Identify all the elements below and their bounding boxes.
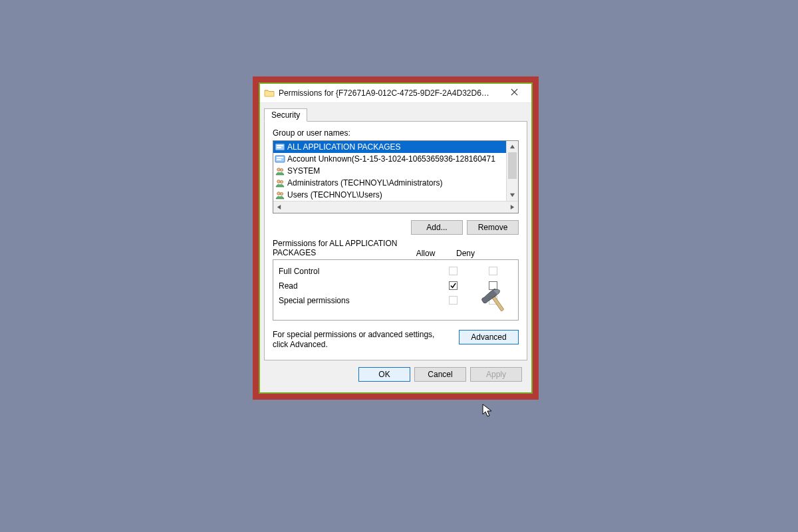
dialog-content: Security Group or user names: ALL APPLIC… xyxy=(260,103,531,392)
permission-row: Full Control xyxy=(279,264,513,279)
list-item[interactable]: Administrators (TECHNOYL\Administrators) xyxy=(273,177,506,189)
cursor-pointer-icon xyxy=(482,404,494,418)
allow-checkbox[interactable] xyxy=(449,281,458,290)
svg-rect-2 xyxy=(277,147,281,148)
list-item-label: SYSTEM xyxy=(287,166,320,176)
permission-row: Special permissions xyxy=(279,293,513,308)
apply-button[interactable]: Apply xyxy=(470,367,522,382)
svg-point-6 xyxy=(277,168,281,172)
list-item-label: Account Unknown(S-1-15-3-1024-1065365936… xyxy=(287,154,495,164)
user-listbox[interactable]: ALL APPLICATION PACKAGESAccount Unknown(… xyxy=(273,140,519,213)
remove-button[interactable]: Remove xyxy=(467,220,519,235)
permissions-table: Full ControlReadSpecial permissions xyxy=(273,259,519,321)
scroll-left-icon[interactable] xyxy=(273,201,285,213)
hammer-icon xyxy=(481,287,513,316)
permission-name: Full Control xyxy=(279,267,433,276)
permission-row: Read xyxy=(279,279,513,293)
svg-rect-5 xyxy=(277,159,281,160)
add-button[interactable]: Add... xyxy=(411,220,463,235)
cancel-button[interactable]: Cancel xyxy=(414,367,466,382)
allow-checkbox[interactable] xyxy=(449,267,458,275)
close-button[interactable] xyxy=(501,84,527,102)
dialog-footer: OK Cancel Apply xyxy=(264,360,527,388)
sid-icon xyxy=(275,142,285,152)
group-icon xyxy=(275,178,285,188)
allow-checkbox[interactable] xyxy=(449,296,458,305)
window-title: Permissions for {F72671A9-012C-4725-9D2F… xyxy=(279,88,501,98)
list-item[interactable]: Account Unknown(S-1-15-3-1024-1065365936… xyxy=(273,153,506,165)
advanced-hint-text: For special permissions or advanced sett… xyxy=(273,330,452,350)
security-panel: Group or user names: ALL APPLICATION PAC… xyxy=(264,121,527,360)
dialog-window: Permissions for {F72671A9-012C-4725-9D2F… xyxy=(259,82,533,394)
list-item[interactable]: SYSTEM xyxy=(273,165,506,177)
permission-name: Read xyxy=(279,281,433,291)
ok-button[interactable]: OK xyxy=(358,367,410,382)
scroll-right-icon[interactable] xyxy=(507,201,518,213)
highlight-frame: Permissions for {F72671A9-012C-4725-9D2F… xyxy=(253,76,539,400)
permissions-for-label: Permissions for ALL APPLICATION PACKAGES xyxy=(273,239,406,258)
scrollbar-thumb[interactable] xyxy=(508,152,517,179)
group-user-label: Group or user names: xyxy=(273,128,519,138)
svg-rect-4 xyxy=(277,157,283,158)
list-item-label: Administrators (TECHNOYL\Administrators) xyxy=(287,178,442,188)
svg-point-7 xyxy=(280,168,283,171)
close-icon xyxy=(511,88,518,98)
group-icon xyxy=(275,190,285,200)
tab-bar: Security xyxy=(264,107,527,122)
permissions-header: Permissions for ALL APPLICATION PACKAGES… xyxy=(273,239,519,258)
svg-point-9 xyxy=(280,180,283,183)
sid-icon xyxy=(275,154,285,164)
scroll-up-icon[interactable] xyxy=(507,141,518,152)
permission-name: Special permissions xyxy=(279,296,433,305)
vertical-scrollbar[interactable] xyxy=(506,141,518,201)
deny-checkbox[interactable] xyxy=(489,267,497,275)
list-item[interactable]: ALL APPLICATION PACKAGES xyxy=(273,141,506,153)
svg-point-8 xyxy=(277,180,281,184)
list-item[interactable]: Users (TECHNOYL\Users) xyxy=(273,189,506,201)
svg-point-11 xyxy=(280,192,283,195)
list-item-label: Users (TECHNOYL\Users) xyxy=(287,190,382,200)
advanced-button[interactable]: Advanced xyxy=(459,330,519,344)
titlebar[interactable]: Permissions for {F72671A9-012C-4725-9D2F… xyxy=(260,84,531,103)
svg-rect-1 xyxy=(277,145,283,146)
advanced-row: For special permissions or advanced sett… xyxy=(273,330,519,350)
tab-security[interactable]: Security xyxy=(264,108,307,122)
list-item-label: ALL APPLICATION PACKAGES xyxy=(287,142,401,152)
group-icon xyxy=(275,166,285,176)
allow-column-header: Allow xyxy=(406,249,446,258)
horizontal-scrollbar[interactable] xyxy=(273,201,518,213)
svg-point-10 xyxy=(277,192,281,196)
folder-icon xyxy=(264,88,275,98)
add-remove-row: Add... Remove xyxy=(273,220,519,235)
deny-column-header: Deny xyxy=(446,249,485,258)
scroll-down-icon[interactable] xyxy=(507,190,518,201)
